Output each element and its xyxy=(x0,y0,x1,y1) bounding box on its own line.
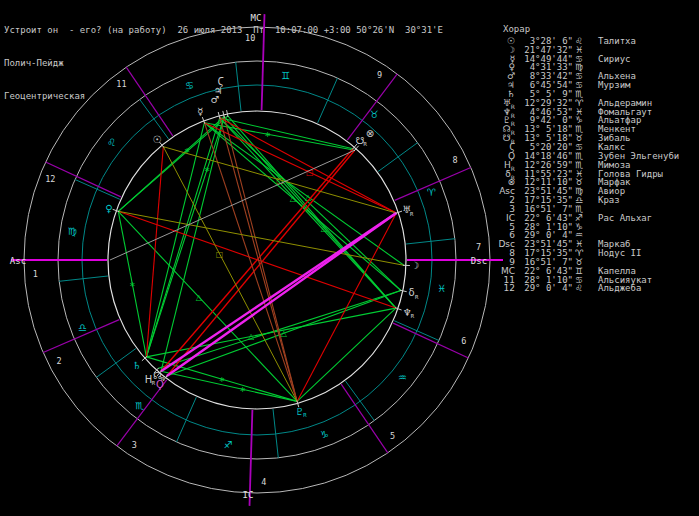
table-row: ☋R13° 5'18"♉Зибаль xyxy=(489,134,679,143)
uranus-retrograde-mark: R xyxy=(410,211,414,217)
moon-glyph: ☽ xyxy=(410,260,419,271)
table-row: ♂ 8°33'42"♋Альхена xyxy=(489,72,679,81)
zodiac-sign-glyph: ♍ xyxy=(68,226,77,237)
lilith-glyph: Ϙ xyxy=(156,379,164,390)
aspect-glyph: ∗ xyxy=(239,385,246,394)
venus-glyph: ♀ xyxy=(105,203,112,214)
zodiac-sign-glyph: ♊ xyxy=(281,70,290,81)
zodiac-sign-glyph: ♌ xyxy=(107,137,116,148)
aspect-glyph: △ xyxy=(281,329,288,338)
zodiac-sign-glyph: ♑ xyxy=(320,429,329,440)
aspect-glyph: ∗ xyxy=(204,165,211,174)
dsc-label: Dsc xyxy=(471,256,487,266)
table-row: ☽21°47'32"♓ xyxy=(489,46,679,55)
body-glyph: ♄ xyxy=(489,90,515,99)
table-row: ♀ 4°31'33"♍ xyxy=(489,63,679,72)
table-row: 916°51' 7"♉ xyxy=(489,258,679,267)
planet-table-rows: ☉ 3°28' 6"♌Талитха☽21°47'32"♓☿14°49'44"♋… xyxy=(489,37,679,293)
house-number: 11 xyxy=(116,79,126,89)
zodiac-sign-glyph: ♋ xyxy=(185,80,194,91)
snode-retrograde-mark: R xyxy=(363,141,367,147)
planet-table: Хорар ☉ 3°28' 6"♌Талитха☽21°47'32"♓☿14°4… xyxy=(489,25,679,293)
zodiac-sign-glyph: ♎ xyxy=(78,322,87,333)
table-row: Asc23°51'45"♍Авиор xyxy=(489,187,679,196)
body-position: 29° 0' 4" xyxy=(515,284,573,293)
table-row: Ϙ14°18'46"♏Зубен Эльгенуби xyxy=(489,152,679,161)
pluto-retrograde-mark: R xyxy=(303,412,307,418)
hyg-retrograde-mark: R xyxy=(152,380,156,386)
house-number: 10 xyxy=(245,33,255,43)
house-number: 4 xyxy=(261,477,266,487)
table-row: Dsc23°51'45"♓Маркаб xyxy=(489,240,679,249)
fixed-star-name: Альджеба xyxy=(588,283,641,293)
zodiac-sign-glyph: ♈ xyxy=(427,187,436,198)
saturn-glyph: ♄ xyxy=(132,360,141,371)
pars-glyph: ⊗ xyxy=(366,128,374,139)
zodiac-sign-glyph: ♉ xyxy=(370,109,379,120)
zodiac-sign-glyph: ♓ xyxy=(437,283,446,294)
mc-label: MC xyxy=(251,13,262,23)
delta-retrograde-mark: R xyxy=(415,294,419,300)
house-number: 6 xyxy=(461,336,466,346)
table-row: δR11°55'23"♓Голова Гидры xyxy=(489,170,679,179)
table-row: 1128° 1'10"♋Альсияукат xyxy=(489,276,679,285)
planet-table-title: Хорар xyxy=(503,25,679,34)
house-number: 2 xyxy=(56,356,61,366)
zodiac-sign-glyph: ♏ xyxy=(135,400,144,411)
aspect-glyph: □ xyxy=(216,250,224,259)
house-number: 5 xyxy=(390,431,395,441)
asc-label: Asc xyxy=(10,256,26,266)
aspect-glyph: △ xyxy=(196,293,203,302)
aspect-glyph: ∗ xyxy=(129,280,136,289)
zodiac-sign-glyph: ♐ xyxy=(224,439,233,450)
table-row: 629° 0' 4"♒ xyxy=(489,231,679,240)
house-number: 8 xyxy=(452,155,457,165)
aspect-glyph: ∗ xyxy=(264,130,271,139)
aspect-glyph: ∗ xyxy=(218,375,225,384)
table-row: IC22° 6'43"♐Рас Альхаг xyxy=(489,214,679,223)
table-row: ☿14°49'44"♋Сириус xyxy=(489,55,679,64)
neptune-retrograde-mark: R xyxy=(410,313,414,319)
table-row: ⊗12°11'10"♉Марфак xyxy=(489,178,679,187)
table-row: ♇R 9°42' 0"♑Альатфар xyxy=(489,116,679,125)
table-row: 528° 1'10"♑ xyxy=(489,223,679,232)
house-number: 12 xyxy=(45,174,55,184)
sun-glyph: ☉ xyxy=(152,134,161,145)
table-row: 1229° 0' 4"♌Альджеба xyxy=(489,284,679,293)
ic-label: IC xyxy=(243,490,254,500)
zodiac-sign-glyph: ♒ xyxy=(398,372,407,383)
table-row: 817°15'35"♈Нодус II xyxy=(489,249,679,258)
house-number: 9 xyxy=(377,70,382,80)
table-row: ☊R13° 5'18"♏Менкент xyxy=(489,125,679,134)
table-row: 217°15'35"♎Краз xyxy=(489,196,679,205)
body-glyph: 12 xyxy=(489,284,515,293)
ceres-glyph: Ϛ xyxy=(218,76,224,87)
horary-astrology-app: Устроит он - его? (на работу) 26 июля 20… xyxy=(0,0,699,516)
house-number: 7 xyxy=(476,242,481,252)
table-row: ☉ 3°28' 6"♌Талитха xyxy=(489,37,679,46)
mercury-glyph: ☿ xyxy=(197,106,203,117)
table-row: ♆R 4°46'53"♓Фомальгаут xyxy=(489,108,679,117)
house-number: 3 xyxy=(132,440,137,450)
house-number: 1 xyxy=(33,269,38,279)
table-row: ♃ 6°45'54"♋Мурзим xyxy=(489,81,679,90)
aspect-glyph: △ xyxy=(248,332,255,341)
aspect-glyph: △ xyxy=(290,194,297,203)
body-glyph: Ϙ xyxy=(489,152,515,161)
zodiac-sign-glyph: ♌ xyxy=(573,284,588,293)
